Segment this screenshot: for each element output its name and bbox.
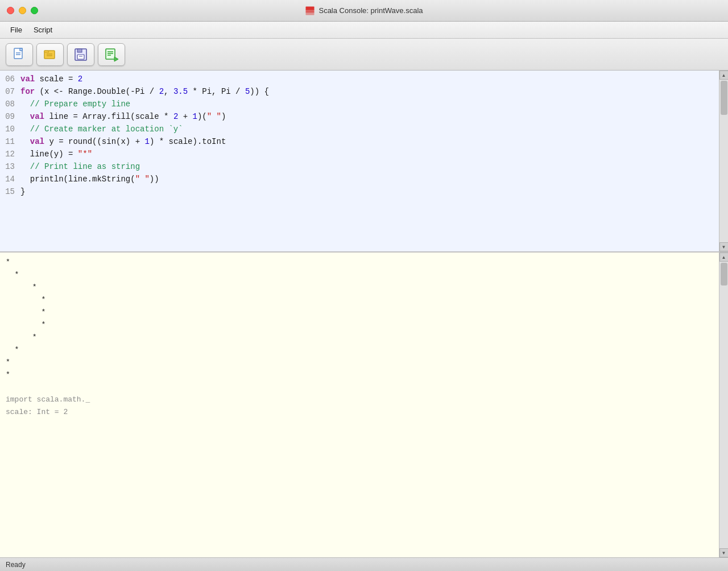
status-text: Ready (6, 561, 26, 569)
line-content: // Prepare empty line (20, 98, 719, 110)
code-line-13: 13 // Print line as string (0, 160, 719, 173)
svg-rect-4 (20, 48, 22, 51)
line-content: val scale = 2 (20, 73, 719, 85)
output-scroll-down[interactable]: ▼ (719, 548, 729, 557)
scroll-thumb[interactable] (721, 81, 727, 115)
line-number: 13 (0, 160, 20, 173)
line-content: // Print line as string (20, 160, 719, 173)
line-number: 09 (0, 110, 20, 123)
svg-rect-11 (77, 49, 82, 52)
save-file-button[interactable] (67, 43, 94, 66)
menu-bar: File Script (0, 22, 728, 39)
open-file-icon (42, 47, 58, 63)
svg-rect-14 (106, 49, 115, 59)
line-number: 15 (0, 185, 20, 198)
window-title-area: Scala Console: printWave.scala (305, 6, 423, 16)
code-line-08: 08 // Prepare empty line (0, 98, 719, 110)
output-content[interactable]: * * * * * * * * * * import scala.math._ … (0, 253, 719, 557)
code-line-15: 15 } (0, 185, 719, 198)
maximize-button[interactable] (31, 7, 38, 14)
traffic-lights (7, 7, 38, 14)
status-bar: Ready (0, 557, 728, 571)
scroll-up-arrow[interactable]: ▲ (719, 71, 729, 80)
code-line-07: 07 for (x <- Range.Double(-Pi / 2, 3.5 *… (0, 85, 719, 98)
line-number: 10 (0, 123, 20, 135)
code-line-09: 09 val line = Array.fill(scale * 2 + 1)(… (0, 110, 719, 123)
svg-rect-2 (306, 11, 315, 15)
code-scrollbar[interactable]: ▲ ▼ (719, 71, 728, 251)
code-line-06: 06 val scale = 2 (0, 73, 719, 85)
svg-rect-12 (77, 55, 84, 59)
run-script-button[interactable] (98, 43, 125, 66)
menu-file[interactable]: File (5, 24, 28, 35)
open-file-button[interactable] (36, 43, 64, 66)
line-number: 07 (0, 85, 20, 98)
svg-marker-18 (114, 57, 118, 61)
close-button[interactable] (7, 7, 14, 14)
code-area[interactable]: 06 val scale = 2 07 for (x <- Range.Doub… (0, 71, 719, 251)
run-script-icon (104, 47, 119, 63)
output-scrollbar[interactable]: ▲ ▼ (719, 253, 728, 557)
new-file-button[interactable] (6, 43, 33, 66)
code-line-12: 12 line(y) = "*" (0, 148, 719, 160)
scala-logo-icon (305, 6, 315, 16)
output-area: * * * * * * * * * * import scala.math._ … (0, 253, 728, 557)
line-content: println(line.mkString(" ")) (20, 173, 719, 185)
line-content: } (20, 185, 719, 198)
line-content: // Create marker at location `y` (20, 123, 719, 135)
code-editor[interactable]: 06 val scale = 2 07 for (x <- Range.Doub… (0, 71, 728, 253)
new-file-icon (11, 47, 27, 63)
line-number: 12 (0, 148, 20, 160)
line-content: for (x <- Range.Double(-Pi / 2, 3.5 * Pi… (20, 85, 719, 98)
title-bar: Scala Console: printWave.scala (0, 0, 728, 22)
toolbar (0, 39, 728, 71)
minimize-button[interactable] (19, 7, 26, 14)
main-content: 06 val scale = 2 07 for (x <- Range.Doub… (0, 71, 728, 557)
line-number: 11 (0, 135, 20, 148)
line-number: 08 (0, 98, 20, 110)
code-line-11: 11 val y = round((sin(x) + 1) * scale).t… (0, 135, 719, 148)
output-scroll-up[interactable]: ▲ (719, 253, 729, 262)
menu-script[interactable]: Script (28, 24, 58, 35)
line-content: val line = Array.fill(scale * 2 + 1)(" "… (20, 110, 719, 123)
line-number: 06 (0, 73, 20, 85)
code-line-10: 10 // Create marker at location `y` (0, 123, 719, 135)
save-file-icon (73, 47, 89, 63)
line-content: val y = round((sin(x) + 1) * scale).toIn… (20, 135, 719, 148)
output-scroll-thumb[interactable] (721, 263, 727, 286)
code-line-14: 14 println(line.mkString(" ")) (0, 173, 719, 185)
window-title: Scala Console: printWave.scala (318, 6, 423, 15)
scroll-down-arrow[interactable]: ▼ (719, 242, 729, 251)
line-number: 14 (0, 173, 20, 185)
line-content: line(y) = "*" (20, 148, 719, 160)
